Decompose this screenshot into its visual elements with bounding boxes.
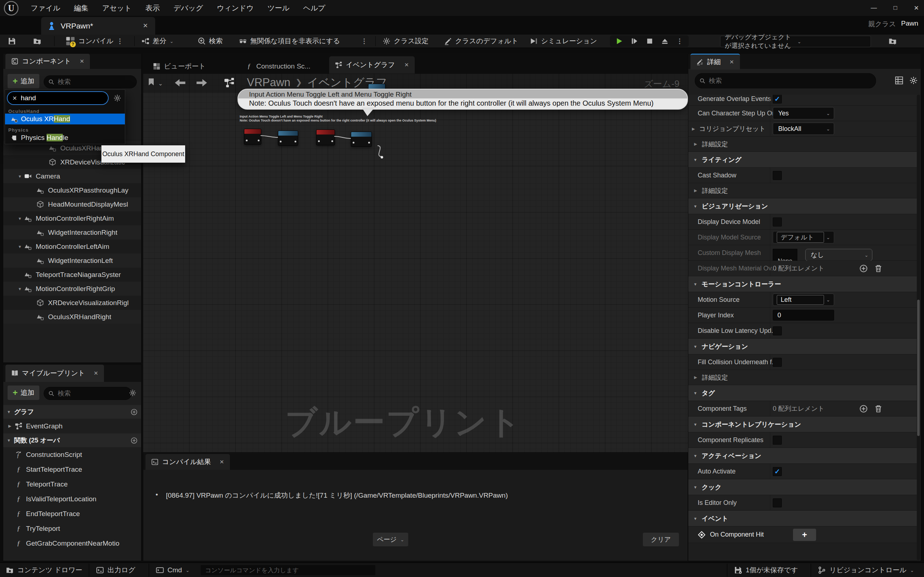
tab-イベントグラフ[interactable]: イベントグラフ✕ xyxy=(329,56,415,74)
bookmark-chevron-icon[interactable]: ⌄ xyxy=(158,80,163,87)
property-row-Motion Source[interactable]: Motion SourceLeft⌄ xyxy=(688,292,917,308)
blueprint-item-TryTeleport[interactable]: ƒTryTeleport xyxy=(3,521,141,536)
property-row-詳細設定[interactable]: ▶詳細設定 xyxy=(688,370,917,385)
plus-circle-icon[interactable] xyxy=(859,264,868,272)
chevron-down-icon[interactable]: ▼ xyxy=(693,422,697,427)
back-arrow-icon[interactable] xyxy=(174,78,186,88)
blueprint-node[interactable] xyxy=(316,129,335,145)
dropdown-search-input[interactable]: ✕ hand xyxy=(7,91,109,105)
trash-icon[interactable] xyxy=(874,405,882,413)
checkbox[interactable] xyxy=(773,218,782,226)
tree-row-XRDeviceVisualizationRigl[interactable]: XRDeviceVisualizationRigl xyxy=(3,296,141,310)
debug-object-dropdown[interactable]: デバッグオブジェクトが選択されていません⌄ xyxy=(720,36,871,47)
close-icon[interactable]: ✕ xyxy=(729,59,734,65)
hide-unrelated-button[interactable]: 無関係な項目を非表示にする xyxy=(239,35,340,48)
select-dropdown[interactable]: デフォルト⌄ xyxy=(773,231,834,243)
maximize-window-icon[interactable]: □ xyxy=(893,4,897,11)
close-icon[interactable]: ✕ xyxy=(220,459,224,465)
property-row-詳細設定[interactable]: ▶詳細設定 xyxy=(688,137,917,152)
my-blueprint-tab[interactable]: マイブループリント ✕ xyxy=(5,364,104,382)
content-drawer-button[interactable]: コンテンツ ドロワー xyxy=(6,563,82,577)
gear-icon[interactable] xyxy=(129,389,136,397)
blueprint-item-TeleportTrace[interactable]: ƒTeleportTrace xyxy=(3,477,141,492)
details-tab[interactable]: 詳細 ✕ xyxy=(690,54,740,69)
property-row-Is Editor Only[interactable]: Is Editor Only xyxy=(688,495,917,511)
close-icon[interactable]: ✕ xyxy=(80,58,84,64)
cmd-dropdown[interactable]: Cmd⌄ xyxy=(156,563,189,577)
property-row-コリジョンプリセット[interactable]: ▶コリジョンプリセットBlockAll⌄ xyxy=(688,121,917,137)
checkbox[interactable]: ✓ xyxy=(773,467,782,476)
chevron-down-icon[interactable]: ▼ xyxy=(693,158,697,162)
menu-item-デバッグ[interactable]: デバッグ xyxy=(167,3,210,13)
parent-class-link[interactable]: Pawn xyxy=(901,19,918,29)
blueprint-item-EventGraph[interactable]: ▶EventGraph xyxy=(3,419,141,434)
tree-row-OculusXRPassthroughLay[interactable]: OculusXRPassthroughLay xyxy=(3,183,141,197)
eject-icon[interactable] xyxy=(661,37,669,45)
add-blueprint-item-button[interactable]: +追加 xyxy=(8,385,39,400)
chevron-right-icon[interactable]: ▶ xyxy=(8,424,13,429)
menu-item-アセット[interactable]: アセット xyxy=(95,3,139,13)
select-dropdown[interactable]: Left⌄ xyxy=(773,293,834,306)
close-icon[interactable]: ✕ xyxy=(404,62,409,68)
tree-row-Camera[interactable]: ▼Camera xyxy=(3,169,141,183)
chevron-down-icon[interactable]: ▼ xyxy=(693,282,697,286)
minimize-window-icon[interactable]: — xyxy=(871,4,877,11)
find-button[interactable]: 検索 xyxy=(198,35,223,48)
chevron-down-icon[interactable]: ▼ xyxy=(693,344,697,349)
tab-Construction Sc...[interactable]: ƒConstruction Sc... xyxy=(240,59,316,74)
stop-icon[interactable] xyxy=(646,37,653,45)
class-settings-button[interactable]: クラス設定 xyxy=(383,35,428,48)
chevron-down-icon[interactable]: ▼ xyxy=(693,391,697,395)
property-row-Player Index[interactable]: Player Index0 xyxy=(688,308,917,323)
simulation-button[interactable]: シミュレーション xyxy=(530,35,597,48)
blueprint-node[interactable] xyxy=(278,131,298,146)
blueprint-item-StartTeleportTrace[interactable]: ƒStartTeleportTrace xyxy=(3,462,141,477)
property-row-Display Mesh Material Ov...[interactable]: Display Mesh Material Ov...0 配列エレメント xyxy=(688,261,917,276)
property-row-Auto Activate[interactable]: Auto Activate✓ xyxy=(688,464,917,479)
gear-icon[interactable] xyxy=(113,94,121,102)
tree-row-MotionControllerLeftAim[interactable]: ▼MotionControllerLeftAim xyxy=(3,239,141,253)
property-row-詳細設定[interactable]: ▶詳細設定 xyxy=(688,183,917,198)
save-button[interactable] xyxy=(8,35,16,48)
details-search-input[interactable]: 検索 xyxy=(695,73,876,89)
property-row-Custom Display Mesh[interactable]: Custom Display Meshなし⌄None xyxy=(688,245,917,261)
asset-select-dropdown[interactable]: なし⌄ xyxy=(805,249,872,261)
unsaved-indicator[interactable]: 1個が未保存です xyxy=(734,563,798,577)
console-command-input[interactable]: コンソールコマンドを入力します xyxy=(201,565,375,575)
menu-item-ツール[interactable]: ツール xyxy=(261,3,296,13)
tab-ビューポート[interactable]: ビューポート xyxy=(147,59,212,74)
compile-results-tab[interactable]: コンパイル結果 ✕ xyxy=(145,454,230,470)
tree-row-HeadMountedDisplayMesl[interactable]: HeadMountedDisplayMesl xyxy=(3,197,141,211)
diff-button[interactable]: 差分⌄ xyxy=(142,35,174,48)
chevron-down-icon[interactable]: ▼ xyxy=(693,454,697,458)
components-search-input[interactable]: 検索 xyxy=(44,76,137,89)
menu-item-表示[interactable]: 表示 xyxy=(139,3,167,13)
bookmark-icon[interactable] xyxy=(147,78,155,87)
chevron-down-icon[interactable]: ▼ xyxy=(18,245,22,249)
details-scrollbar[interactable] xyxy=(917,95,920,560)
debug-browse-button[interactable] xyxy=(888,35,897,48)
unreal-logo-icon[interactable]: U xyxy=(3,1,19,16)
checkbox[interactable] xyxy=(773,436,782,445)
event-graph-canvas[interactable]: ⌄ VRPawn ❯ イベントグラフ ズーム-9 Input Action Me… xyxy=(143,74,688,452)
chevron-down-icon[interactable]: ▼ xyxy=(693,516,697,521)
chevron-right-icon[interactable]: ▶ xyxy=(694,188,697,193)
chevron-down-icon[interactable]: ▼ xyxy=(18,216,22,221)
blueprint-item-GetGrabComponentNearMotio[interactable]: ƒGetGrabComponentNearMotio xyxy=(3,536,141,551)
menu-item-ファイル[interactable]: ファイル xyxy=(24,3,67,13)
forward-arrow-icon[interactable] xyxy=(195,78,208,88)
output-log-button[interactable]: 出力ログ xyxy=(96,563,135,577)
my-blueprint-search-input[interactable]: 検索 xyxy=(44,387,132,400)
menu-item-ヘルプ[interactable]: ヘルプ xyxy=(296,3,332,13)
blueprint-item-ConstructionScript[interactable]: ƒConstructionScript xyxy=(3,447,141,462)
chevron-right-icon[interactable]: ▶ xyxy=(694,142,697,147)
property-row-Generate Overlap Events[interactable]: Generate Overlap Events✓ xyxy=(688,95,917,106)
checkbox[interactable] xyxy=(773,171,782,180)
property-row-On Component Hit[interactable]: On Component Hit+ xyxy=(688,527,917,543)
blueprint-section-header[interactable]: ▼グラフ xyxy=(3,405,141,419)
property-row-Component Tags[interactable]: Component Tags0 配列エレメント xyxy=(688,401,917,416)
property-row-Cast Shadow[interactable]: Cast Shadow xyxy=(688,168,917,183)
chevron-down-icon[interactable]: ▼ xyxy=(18,287,22,291)
blueprint-node[interactable] xyxy=(351,132,372,147)
page-button[interactable]: ページ⌄ xyxy=(373,533,408,546)
